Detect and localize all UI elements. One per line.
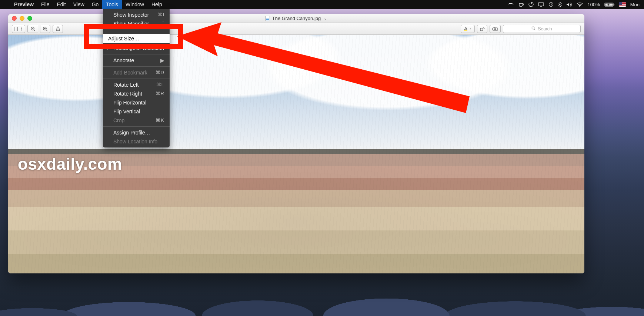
timemachine-icon[interactable] [548, 2, 554, 7]
battery-percent: 100% [587, 2, 600, 7]
close-button[interactable] [12, 16, 17, 21]
menubar-status-area: 100% Mon [507, 2, 641, 7]
menu-flip-vertical[interactable]: Flip Vertical [103, 107, 170, 116]
fullscreen-button[interactable] [27, 16, 32, 21]
display-icon[interactable] [538, 2, 544, 7]
menu-separator [103, 66, 170, 67]
watermark-text: osxdaily.com [18, 155, 122, 173]
menu-flip-horizontal[interactable]: Flip Horizontal [103, 98, 170, 107]
svg-rect-16 [480, 28, 483, 31]
svg-rect-5 [614, 4, 614, 5]
menu-rotate-left[interactable]: Rotate Left⌘L [103, 80, 170, 89]
preview-toolbar: Search [8, 23, 584, 35]
coffee-icon[interactable] [518, 2, 524, 7]
check-icon: ✓ [106, 45, 110, 51]
macos-menubar: Preview File Edit View Go Tools Window H… [0, 0, 644, 9]
title-chevron-icon[interactable]: ⌄ [324, 16, 327, 21]
menubar-go[interactable]: Go [88, 0, 103, 9]
image-canvas[interactable] [8, 35, 584, 273]
input-source-flag-icon[interactable] [619, 2, 626, 7]
svg-rect-0 [538, 3, 544, 6]
menu-rotate-right[interactable]: Rotate Right⌘R [103, 89, 170, 98]
svg-point-18 [494, 28, 495, 29]
rotate-button[interactable] [477, 25, 487, 33]
menubar-tools[interactable]: Tools [102, 0, 122, 9]
svg-rect-6 [14, 27, 17, 31]
zoom-out-button[interactable] [27, 25, 38, 33]
document-proxy-icon[interactable] [266, 16, 270, 21]
menu-crop: Crop⌘K [103, 116, 170, 125]
sidebar-view-button[interactable] [12, 25, 25, 33]
highlight-dropdown-button[interactable] [461, 25, 475, 33]
menu-separator [103, 54, 170, 54]
preview-window: The Grand Canyon.jpg ⌄ [8, 14, 584, 273]
svg-line-9 [34, 30, 35, 31]
wifi-icon[interactable] [577, 2, 583, 7]
window-traffic-lights [12, 16, 32, 21]
menu-assign-profile[interactable]: Assign Profile… [103, 128, 170, 137]
svg-point-20 [532, 27, 535, 29]
svg-rect-17 [493, 28, 498, 30]
zoom-in-button[interactable] [40, 25, 50, 33]
svg-line-21 [534, 29, 535, 30]
search-icon [531, 26, 535, 31]
search-placeholder: Search [538, 26, 552, 31]
menu-separator [103, 126, 170, 127]
bluetooth-icon[interactable] [558, 2, 562, 7]
menubar-app-name[interactable]: Preview [10, 0, 37, 9]
battery-icon[interactable] [604, 2, 615, 7]
svg-line-12 [46, 30, 47, 31]
menubar-view[interactable]: View [70, 0, 88, 9]
airdrop-icon[interactable] [507, 2, 514, 7]
search-field[interactable]: Search [503, 25, 581, 33]
svg-rect-15 [464, 30, 467, 31]
menu-adjust-size-highlighted[interactable]: Adjust Size… [103, 34, 170, 43]
menubar-help[interactable]: Help [148, 0, 166, 9]
menu-show-location-info: Show Location Info [103, 137, 170, 146]
window-titlebar[interactable]: The Grand Canyon.jpg ⌄ [8, 14, 584, 23]
menubar-file[interactable]: File [37, 0, 53, 9]
menu-separator [103, 30, 170, 30]
menu-add-bookmark: Add Bookmark⌘D [103, 68, 170, 77]
window-title-text: The Grand Canyon.jpg [272, 16, 321, 21]
menu-show-inspector[interactable]: Show Inspector⌘I [103, 10, 170, 19]
submenu-arrow-icon: ▶ [160, 57, 164, 64]
share-button[interactable] [53, 25, 63, 33]
minimize-button[interactable] [20, 16, 24, 21]
menubar-clock-day[interactable]: Mon [630, 2, 640, 7]
photo-content [8, 35, 584, 273]
menu-annotate[interactable]: Annotate▶ [103, 56, 170, 65]
markup-toolbar-button[interactable] [490, 25, 501, 33]
menubar-edit[interactable]: Edit [53, 0, 70, 9]
menu-show-magnifier[interactable]: Show Magnifier` [103, 19, 170, 28]
window-title[interactable]: The Grand Canyon.jpg ⌄ [266, 16, 327, 21]
volume-icon[interactable] [566, 2, 572, 7]
menu-separator [103, 79, 170, 79]
sync-icon[interactable] [528, 2, 534, 7]
tools-menu-dropdown: Show Inspector⌘I Show Magnifier` ✓ Recta… [103, 9, 170, 147]
menubar-window[interactable]: Window [122, 0, 148, 9]
svg-point-2 [580, 6, 580, 7]
menu-rectangular-selection[interactable]: ✓ Rectangular Selection [103, 44, 170, 53]
